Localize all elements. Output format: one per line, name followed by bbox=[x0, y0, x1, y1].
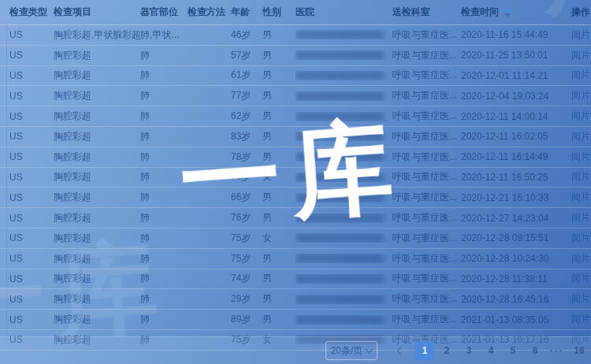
cell-hospital bbox=[296, 30, 392, 39]
hospital-redacted bbox=[296, 50, 384, 60]
hospital-redacted bbox=[296, 71, 384, 80]
cell-dept: 呼吸与重症医... bbox=[392, 150, 461, 164]
cell-part: 肺 bbox=[140, 69, 188, 82]
cell-age: 57岁 bbox=[231, 49, 262, 62]
hospital-redacted bbox=[296, 30, 384, 39]
cell-time: 2020-12-28 16:45:16 bbox=[461, 294, 571, 305]
sort-ascending-icon[interactable] bbox=[504, 8, 511, 17]
view-film-link[interactable]: 阅片 bbox=[571, 90, 590, 101]
cell-action: 阅片 bbox=[571, 28, 591, 42]
page-button-5[interactable]: 5 bbox=[504, 341, 522, 360]
cell-action: 阅片 bbox=[571, 211, 591, 225]
exam-list-screen: { "watermark": "一库", "table": { "columns… bbox=[0, 0, 591, 364]
hospital-redacted bbox=[296, 254, 384, 263]
col-header-label: 检查类型 bbox=[9, 6, 47, 19]
col-header-age: 年龄 bbox=[231, 6, 262, 19]
chevron-left-icon bbox=[396, 347, 404, 355]
cell-time: 2020-11-25 13:50:01 bbox=[461, 50, 571, 61]
cell-item: 胸腔彩超 bbox=[54, 252, 140, 266]
cell-dept: 呼吸与重症医... bbox=[392, 89, 461, 102]
cell-part: 肺 bbox=[140, 252, 188, 266]
cell-sex: 女 bbox=[262, 232, 296, 245]
page-button-2[interactable]: 2 bbox=[437, 341, 456, 360]
hospital-redacted bbox=[296, 152, 384, 162]
view-film-link[interactable]: 阅片 bbox=[571, 314, 590, 325]
page-button-3[interactable]: 3 bbox=[459, 341, 478, 360]
view-film-link[interactable]: 阅片 bbox=[571, 151, 590, 162]
table-row: US胸腔彩超肺29岁男呼吸与重症医...2020-12-28 16:45:16阅… bbox=[0, 289, 591, 310]
cell-dept: 呼吸与重症医... bbox=[392, 28, 461, 42]
view-film-link[interactable]: 阅片 bbox=[571, 253, 590, 264]
hospital-redacted bbox=[296, 233, 384, 243]
cell-age: 75岁 bbox=[231, 232, 262, 245]
view-film-link[interactable]: 阅片 bbox=[571, 191, 590, 202]
cell-hospital bbox=[296, 254, 392, 263]
cell-time: 2020-12-27 14:23:04 bbox=[461, 213, 571, 224]
col-header-dept: 送检科室 bbox=[392, 6, 461, 19]
cell-item: 胸腔彩超 bbox=[54, 191, 140, 204]
cell-item: 胸腔彩超 bbox=[54, 89, 140, 102]
view-film-link[interactable]: 阅片 bbox=[571, 110, 590, 121]
hospital-redacted bbox=[296, 274, 384, 284]
view-film-link[interactable]: 阅片 bbox=[571, 293, 590, 304]
cell-item: 胸腔彩超 bbox=[54, 313, 140, 326]
prev-page-button[interactable] bbox=[395, 341, 406, 360]
view-film-link[interactable]: 阅片 bbox=[571, 50, 590, 61]
cell-time: 2020-12-11 16:02:05 bbox=[461, 131, 571, 142]
cell-type: US bbox=[9, 294, 54, 305]
view-film-link[interactable]: 阅片 bbox=[571, 69, 590, 80]
col-header-item: 检查项目 bbox=[54, 6, 140, 19]
view-film-link[interactable]: 阅片 bbox=[571, 131, 590, 142]
cell-item: 胸腔彩超,甲状腺彩超 bbox=[54, 28, 140, 42]
cell-age: 66岁 bbox=[231, 191, 262, 204]
cell-time: 2020-12-04 19:03:24 bbox=[461, 91, 571, 102]
cell-sex: 男 bbox=[262, 272, 296, 285]
cell-hospital bbox=[296, 274, 392, 284]
cell-type: US bbox=[9, 172, 54, 183]
cell-hospital bbox=[296, 233, 392, 243]
cell-type: US bbox=[9, 70, 54, 81]
cell-type: US bbox=[9, 50, 54, 61]
hospital-redacted bbox=[296, 214, 384, 223]
col-header-time[interactable]: 检查时间 bbox=[461, 6, 571, 19]
cell-part: 肺 bbox=[140, 150, 188, 164]
hospital-redacted bbox=[296, 193, 384, 202]
page-size-select[interactable]: 20条/页 bbox=[325, 341, 377, 360]
col-header-label: 操作 bbox=[571, 6, 590, 19]
table-row: US胸腔彩超肺76岁男呼吸与重症医...2020-12-27 14:23:04阅… bbox=[0, 208, 591, 228]
view-film-link[interactable]: 阅片 bbox=[571, 232, 590, 243]
cell-dept: 呼吸与重症医... bbox=[392, 272, 461, 285]
cell-hospital bbox=[296, 295, 392, 304]
cell-hospital bbox=[296, 152, 392, 162]
pager: 20条/页 123456 ··· 16 bbox=[325, 341, 591, 360]
cell-time: 2020-12-11 16:50:25 bbox=[461, 172, 571, 183]
page-ellipsis[interactable]: ··· bbox=[548, 341, 567, 360]
cell-type: US bbox=[9, 192, 54, 203]
col-header-label: 送检科室 bbox=[392, 6, 430, 19]
hospital-redacted bbox=[296, 91, 384, 101]
table-row: US胸腔彩超肺75岁女呼吸与重症医...2020-12-28 08:15:51阅… bbox=[0, 228, 591, 249]
cell-action: 阅片 bbox=[571, 232, 591, 245]
cell-part: 肺 bbox=[140, 170, 188, 184]
cell-action: 阅片 bbox=[571, 89, 591, 102]
cell-item: 胸腔彩超 bbox=[54, 110, 140, 123]
cell-dept: 呼吸与重症医... bbox=[392, 49, 461, 62]
cell-action: 阅片 bbox=[571, 191, 591, 204]
view-film-link[interactable]: 阅片 bbox=[571, 273, 590, 284]
view-film-link[interactable]: 阅片 bbox=[571, 212, 590, 223]
page-button-last[interactable]: 16 bbox=[570, 341, 589, 360]
table-row: US胸腔彩超肺61岁男呼吸与重症医...2020-12-01 11:14:21阅… bbox=[0, 66, 591, 87]
table-row: US胸腔彩超肺62岁男呼吸与重症医...2020-12-11 14:00:14阅… bbox=[0, 106, 591, 127]
cell-part: 肺 bbox=[140, 89, 188, 102]
col-header-label: 检查项目 bbox=[54, 6, 91, 19]
view-film-link[interactable]: 阅片 bbox=[571, 29, 590, 40]
cell-item: 胸腔彩超 bbox=[54, 130, 140, 143]
page-button-1[interactable]: 1 bbox=[415, 341, 434, 360]
page-button-6[interactable]: 6 bbox=[526, 341, 545, 360]
cell-item: 胸腔彩超 bbox=[54, 292, 140, 306]
page-button-4[interactable]: 4 bbox=[481, 341, 500, 360]
cell-age: 29岁 bbox=[231, 292, 262, 306]
cell-action: 阅片 bbox=[571, 272, 591, 285]
cell-age: 83岁 bbox=[231, 130, 262, 143]
view-film-link[interactable]: 阅片 bbox=[571, 171, 590, 182]
